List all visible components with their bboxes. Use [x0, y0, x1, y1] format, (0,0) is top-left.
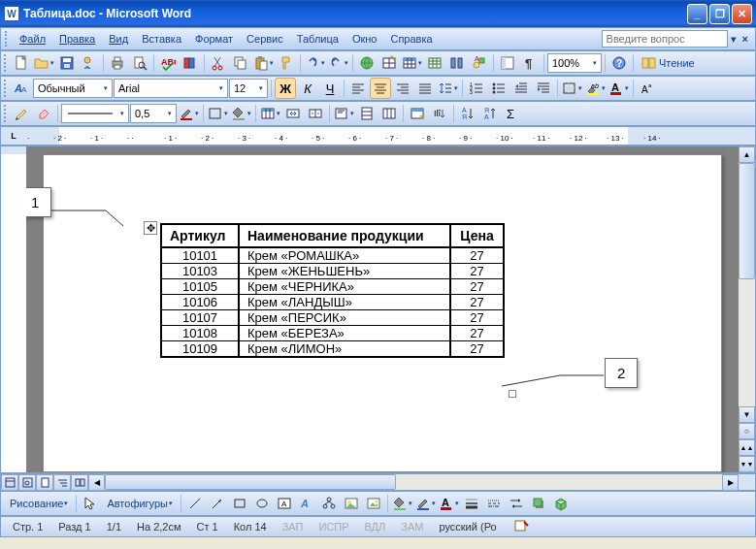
- next-page-button[interactable]: ▼▼: [739, 456, 755, 472]
- tables-borders-button[interactable]: [378, 52, 400, 74]
- font-combo[interactable]: Arial▾: [114, 79, 228, 98]
- toolbar-grip[interactable]: [4, 54, 8, 72]
- format-painter-button[interactable]: [276, 52, 297, 74]
- scroll-up-button[interactable]: ▲: [739, 146, 755, 163]
- table-cell[interactable]: Крем «ЖЕНЬШЕНЬ»: [239, 264, 450, 279]
- bullets-button[interactable]: [488, 78, 509, 99]
- toolbar-grip[interactable]: [4, 80, 8, 97]
- font-color-button[interactable]: A▾: [608, 78, 630, 99]
- table-cell[interactable]: 27: [450, 326, 504, 341]
- paste-button[interactable]: ▾: [252, 52, 275, 74]
- align-justify-button[interactable]: [414, 78, 436, 99]
- font-size-combo[interactable]: 12▾: [229, 79, 268, 98]
- highlight-button[interactable]: ab▾: [584, 78, 607, 99]
- table-cell[interactable]: 10101: [161, 247, 239, 264]
- document-table[interactable]: Артикул Наименование продукции Цена 1010…: [160, 223, 505, 358]
- sort-desc-button[interactable]: ЯА: [479, 103, 501, 124]
- scroll-right-button[interactable]: ▶: [722, 474, 739, 491]
- border-color-button[interactable]: ▾: [178, 103, 200, 124]
- table-row[interactable]: 10101Крем «РОМАШКА»27: [161, 247, 504, 264]
- text-box-button[interactable]: A: [274, 493, 295, 514]
- reading-view-button[interactable]: [71, 474, 88, 491]
- menu-table[interactable]: Таблица: [290, 31, 345, 47]
- menu-insert[interactable]: Вставка: [135, 31, 188, 47]
- superscript-button[interactable]: Aa: [637, 78, 658, 99]
- tab-selector[interactable]: L: [1, 127, 26, 145]
- font-color-button-2[interactable]: A▾: [438, 493, 460, 514]
- line-style-combo[interactable]: ▾: [61, 104, 129, 123]
- status-ext[interactable]: ВДЛ: [359, 521, 392, 533]
- research-button[interactable]: [180, 52, 201, 74]
- draw-menu-button[interactable]: Рисование▾: [5, 493, 73, 514]
- spellcheck-status-icon[interactable]: [514, 519, 530, 534]
- menu-file[interactable]: Файл: [13, 31, 52, 47]
- horizontal-scrollbar[interactable]: ◀ ▶: [88, 474, 739, 490]
- status-ovr[interactable]: ЗАМ: [395, 521, 429, 533]
- line-button[interactable]: [184, 493, 206, 514]
- document-map-button[interactable]: [497, 52, 518, 74]
- open-button[interactable]: ▾: [33, 52, 55, 74]
- status-rec[interactable]: ЗАП: [277, 521, 310, 533]
- status-lang[interactable]: русский (Ро: [433, 521, 502, 533]
- table-cell[interactable]: 10105: [161, 279, 239, 295]
- prev-page-button[interactable]: ▲▲: [739, 439, 755, 456]
- vertical-ruler[interactable]: [1, 146, 26, 472]
- borders-button[interactable]: ▾: [207, 103, 229, 124]
- toolbar-grip[interactable]: [4, 105, 8, 122]
- table-cell[interactable]: Крем «БЕРЕЗА»: [239, 326, 450, 341]
- table-cell[interactable]: Крем «ПЕРСИК»: [239, 310, 450, 326]
- italic-button[interactable]: К: [297, 78, 318, 99]
- split-cells-button[interactable]: [305, 103, 326, 124]
- th-product[interactable]: Наименование продукции: [239, 224, 450, 247]
- menu-window[interactable]: Окно: [345, 31, 384, 47]
- cut-button[interactable]: [208, 52, 229, 74]
- menu-view[interactable]: Вид: [102, 31, 135, 47]
- table-cell[interactable]: 27: [450, 247, 504, 264]
- table-cell[interactable]: Крем «ЛАНДЫШ»: [239, 295, 450, 310]
- minimize-button[interactable]: _: [687, 4, 707, 24]
- outline-view-button[interactable]: [53, 474, 71, 491]
- table-row[interactable]: 10105Крем «ЧЕРНИКА»27: [161, 279, 504, 295]
- merge-cells-button[interactable]: [282, 103, 304, 124]
- maximize-button[interactable]: ❐: [709, 4, 730, 24]
- numbering-button[interactable]: 123: [466, 78, 487, 99]
- print-preview-button[interactable]: [129, 52, 150, 74]
- hyperlink-button[interactable]: [356, 52, 378, 74]
- table-row[interactable]: 10103Крем «ЖЕНЬШЕНЬ»27: [161, 264, 504, 279]
- table-cell[interactable]: Крем «ЧЕРНИКА»: [239, 279, 450, 295]
- table-row[interactable]: 10109Крем «ЛИМОН»27: [161, 341, 504, 358]
- oval-button[interactable]: [251, 493, 273, 514]
- line-color-button[interactable]: ▾: [414, 493, 437, 514]
- new-document-button[interactable]: [11, 52, 32, 74]
- table-row[interactable]: 10106Крем «ЛАНДЫШ»27: [161, 295, 504, 310]
- draw-table-button[interactable]: [11, 103, 32, 124]
- th-price[interactable]: Цена: [450, 224, 504, 247]
- insert-table-button-2[interactable]: ▾: [259, 103, 281, 124]
- save-button[interactable]: [56, 52, 78, 74]
- styles-pane-button[interactable]: AA: [11, 78, 32, 99]
- rectangle-button[interactable]: [229, 493, 250, 514]
- table-move-handle[interactable]: ✥: [144, 221, 157, 235]
- th-article[interactable]: Артикул: [161, 224, 239, 247]
- menu-help[interactable]: Справка: [383, 31, 439, 47]
- table-row[interactable]: 10108Крем «БЕРЕЗА»27: [161, 326, 504, 341]
- normal-view-button[interactable]: [1, 474, 18, 491]
- redo-button[interactable]: ▾: [327, 52, 349, 74]
- dash-style-button[interactable]: [483, 493, 505, 514]
- table-cell[interactable]: 10108: [161, 326, 239, 341]
- align-center-button[interactable]: [370, 78, 391, 99]
- arrow-button[interactable]: [207, 493, 228, 514]
- mdi-close-icon[interactable]: ×: [740, 33, 751, 45]
- decrease-indent-button[interactable]: [510, 78, 532, 99]
- undo-button[interactable]: ▾: [304, 52, 326, 74]
- print-layout-button[interactable]: [36, 474, 53, 491]
- spelling-button[interactable]: ABC: [157, 52, 179, 74]
- table-row[interactable]: 10107Крем «ПЕРСИК»27: [161, 310, 504, 326]
- web-layout-button[interactable]: [18, 474, 36, 491]
- insert-picture-button[interactable]: [363, 493, 384, 514]
- show-hide-button[interactable]: ¶: [519, 52, 541, 74]
- scroll-down-button[interactable]: ▼: [739, 406, 755, 423]
- eraser-button[interactable]: [33, 103, 54, 124]
- print-button[interactable]: [107, 52, 128, 74]
- menu-edit[interactable]: Правка: [52, 31, 102, 47]
